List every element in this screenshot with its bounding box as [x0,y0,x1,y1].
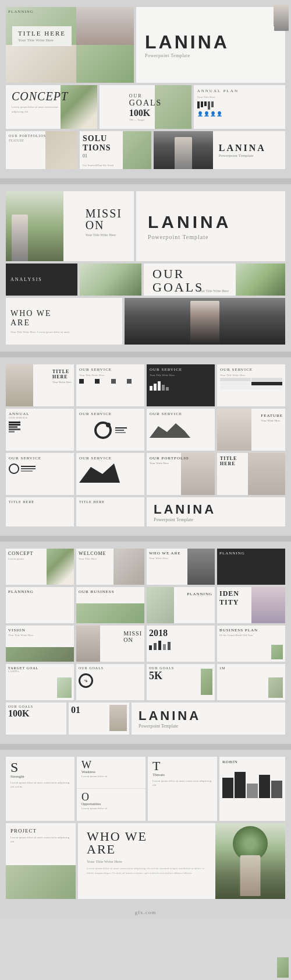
people-icons: 👤👤👤👤 [197,111,282,117]
planning-dark-label: PLANNING [219,551,283,556]
planning-mini-label: PLANNING [8,589,72,594]
who-we-are-slide: WHO WE ARE Your Title Write Here. Lorem … [6,298,122,345]
swot-t-slide: T Threats Lorem ipsum dolor sit amet con… [148,757,217,821]
concept-text: CONCEPT [12,90,91,103]
dark-woman-slide [125,298,285,345]
feature-sub: Your Write Here [261,419,283,422]
who-text1: WHO WE [10,309,118,318]
project-desc: Lorem ipsum dolor sit amet consectetur a… [10,835,71,844]
planning-plants-mini: PLANNING [147,587,215,623]
mission-text2: ON [86,219,122,231]
concept-mini: CONCEPT Lorem ipsum [6,549,74,585]
sec2-bottom: WHO WE ARE Your Title Write Here. Lorem … [6,298,285,345]
swot-wo-slide: W Weakness Lorem ipsum dolor sit O Oppor… [77,757,146,821]
title-text: TITLE HERE [18,30,66,37]
mountain-chart [150,420,190,438]
title-slide-mosaic: TITLE HERE Your Title Write Here PLANNIN… [6,7,134,83]
swot-t-letter: T [152,760,212,772]
planning-plants-label: PLANNING [187,592,212,596]
one-m-slide: 1M [217,664,285,700]
business-plan-sub: 02 the Guard Build Old Year [219,634,283,637]
goals-label: GOALS [129,99,162,108]
target-sub: LANINA [8,670,72,673]
our-service-2-slide: OUR SERVICE Your Title Write Here [147,364,215,406]
sec1-row3: OUR PORTFOLIOS FEATURE SOLUTIONS 01 Get … [6,131,285,169]
bottom-watermark-bar: gfx.com [0,906,291,919]
our-goals-mini2-label: OUR GOALS [79,666,142,670]
swot-s-word: Strenght [10,774,70,779]
feature-woman-slide: FEATURE Your Write Here [217,409,285,451]
sec3-row1: TITLEHERE Your Write Here OUR SERVICE Yo… [6,364,285,406]
our-goals-mini2: OUR GOALS % [76,664,144,700]
our-goals-100k-mini: OUR GOALS 100K [6,702,66,735]
vision-label: VISION [8,628,72,633]
our-goals-5k: OUR GOALS 5K [147,664,215,700]
swot-w-desc: Lorem ipsum dolor sit [81,775,141,779]
portfolios-slide: OUR PORTFOLIOS FEATURE [6,131,77,169]
robin-chart-slide: ROBIN [219,757,285,821]
section-3: TITLEHERE Your Write Here OUR SERVICE Yo… [0,357,291,536]
lanina-sec4-large: LANINA Powerpoint Template [132,702,285,735]
one-m-label: 1M [219,666,283,670]
our-goals-big-text2: GOALS [152,282,204,293]
swot-t-word: Threats [152,772,212,777]
mountain-chart2 [79,462,120,483]
brand-slide: LANINA Powerpoint Template [136,7,285,83]
title-subtitle: Your Title Write Here [18,38,66,43]
our-label: OUR [129,93,162,99]
separator-1 [0,178,291,184]
solutions-sub: Get StartedWhat We Work [83,164,113,167]
lanina-sec3-tagline: Powerpoint Template [154,517,278,522]
goals-sub: 1M — Target [129,118,162,121]
identity-label: IDENTITY [219,589,283,607]
lanina-brand-large: LANINA Powerpoint Template [136,191,285,261]
service3-sub: Your Title Write Here [220,374,282,377]
swot-s-letter: S [10,760,70,774]
dark-brand-slide: LANINA Powerpoint Template [154,131,285,169]
title-here-slide: TITLEHERE Your Write Here [6,364,74,406]
sec3-row2: ANNUAL OUR SERVICE OUR SERVICE [6,409,285,451]
separator-2 [0,352,291,357]
mission-mini-label: MISSION [123,630,142,643]
concept-desc: Lorem ipsum dolor sit amet consectetur a… [12,105,58,114]
annual-sub2: OUR SERVICE [9,416,71,419]
plant-photo-slide [80,264,142,296]
project-label: PROJECT [10,828,71,834]
sec4-row2: PLANNING OUR BUSINESS PLANNING IDENTITY [6,587,285,623]
title-here-small2: TITLE HERE [76,497,144,526]
robin-label: ROBIN [222,760,282,764]
sec3-row3: OUR SERVICE OUR SERVICE OUR P [6,453,285,495]
planning-label: PLANNING [8,9,34,14]
service4-circles: OUR SERVICE [76,409,144,451]
title-fashion-slide: TITLEHERE [217,453,285,495]
annual-our-service: ANNUAL OUR SERVICE [6,409,74,451]
service2-label: OUR SERVICE [150,367,212,372]
swot-w-letter: W [81,760,141,770]
who-we-are-final: WHO WE ARE Your Title Write Here Lorem i… [78,823,285,899]
who-final-desc: Lorem ipsum dolor sit amet consectetur a… [87,866,207,875]
who-final-line1: WHO WE [87,830,207,843]
lanina-title-large: LANINA [148,212,274,232]
service1-sub: Your Title Write Here [79,374,141,377]
sec5-bottom: PROJECT Lorem ipsum dolor sit amet conse… [6,823,285,899]
annual-plan-slide: ANNUAL PLAN Your Title Here 👤👤👤👤 [194,85,285,129]
who-micro-text: Your Title Write Here. Lorem ipsum dolor… [10,330,118,334]
our-business-label: OUR BUSINESS [79,589,142,594]
who-final-sub: Your Title Write Here [87,859,207,864]
our-service-3-slide: OUR SERVICE Your Title Write Here [217,364,285,406]
sec3-row4: TITLE HERE TITLE HERE LANINA Powerpoint … [6,497,285,526]
annual-label: ANNUAL PLAN [197,89,282,93]
sec1-row2: CONCEPT Lorem ipsum dolor sit amet conse… [6,85,285,129]
goals-number: 100K [129,108,162,118]
swot-t-desc: Lorem ipsum dolor sit amet consectetur a… [152,779,212,787]
swot-w-word: Weakness [81,770,141,774]
swot-slide: S Strenght Lorem ipsum dolor sit amet co… [6,757,74,821]
business-plan-label: BUSINESS PLAN [219,628,283,633]
portfolio-label: OUR PORTFOLIO [150,456,212,461]
section-1: TITLE HERE Your Title Write Here PLANNIN… [0,0,291,178]
year-2018-mini: 2018 [147,626,215,662]
service5-label: OUR SERVICE [150,412,212,416]
mission-sub: Your Title Write Here [86,233,122,237]
who-final-line2: ARE [87,843,207,856]
mission-mini: MISSION [76,626,144,662]
